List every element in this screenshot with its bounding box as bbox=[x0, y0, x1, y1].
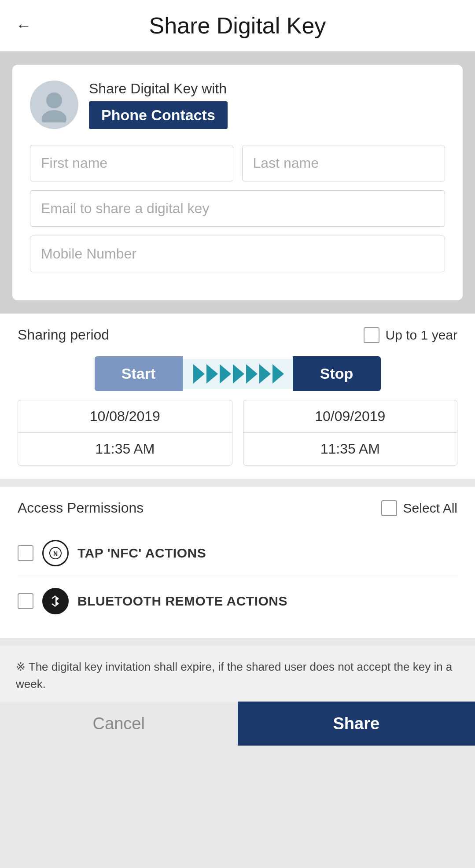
start-time[interactable]: 11:35 AM bbox=[18, 433, 232, 465]
arrows-container bbox=[183, 359, 293, 389]
divider-2 bbox=[0, 638, 475, 646]
stop-date[interactable]: 10/09/2019 bbox=[243, 400, 457, 433]
select-all-label: Select All bbox=[403, 501, 457, 516]
cancel-button[interactable]: Cancel bbox=[0, 702, 238, 746]
stop-datetime-box[interactable]: 10/09/2019 11:35 AM bbox=[243, 400, 458, 465]
page-title: Share Digital Key bbox=[41, 12, 434, 39]
bluetooth-permission-row: BLUETOOTH REMOTE ACTIONS bbox=[18, 577, 457, 625]
avatar bbox=[30, 81, 78, 129]
mobile-input[interactable] bbox=[30, 236, 445, 272]
select-all-checkbox[interactable] bbox=[381, 500, 397, 516]
arrow-chevron-5 bbox=[246, 364, 258, 384]
datetime-row: 10/08/2019 11:35 AM 10/09/2019 11:35 AM bbox=[18, 400, 457, 465]
card-section: Share Digital Key with Phone Contacts bbox=[0, 52, 475, 314]
bluetooth-icon bbox=[42, 588, 69, 614]
back-button[interactable]: ← bbox=[16, 16, 32, 35]
select-all-row: Select All bbox=[381, 500, 457, 516]
share-button[interactable]: Share bbox=[238, 702, 475, 746]
phone-contacts-badge[interactable]: Phone Contacts bbox=[89, 101, 228, 129]
email-row bbox=[30, 190, 445, 227]
sharing-period-row: Sharing period Up to 1 year bbox=[18, 327, 457, 343]
bluetooth-permission-label: BLUETOOTH REMOTE ACTIONS bbox=[77, 594, 287, 609]
up-to-year-checkbox[interactable] bbox=[364, 327, 379, 343]
last-name-input[interactable] bbox=[242, 145, 446, 181]
up-to-year-row: Up to 1 year bbox=[364, 327, 457, 343]
start-stop-row: Start Stop bbox=[18, 356, 457, 391]
sharing-period-label: Sharing period bbox=[18, 327, 109, 343]
arrow-chevron-1 bbox=[193, 364, 205, 384]
bottom-bar: Cancel Share bbox=[0, 702, 475, 746]
arrow-chevron-2 bbox=[206, 364, 218, 384]
up-to-year-label: Up to 1 year bbox=[386, 328, 457, 343]
arrow-chevron-7 bbox=[272, 364, 284, 384]
access-permissions-label: Access Permissions bbox=[18, 500, 144, 516]
arrow-chevron-4 bbox=[233, 364, 244, 384]
svg-line-5 bbox=[52, 604, 55, 606]
nfc-checkbox[interactable] bbox=[18, 545, 33, 561]
access-permissions-section: Access Permissions Select All N TAP 'NFC… bbox=[0, 487, 475, 638]
divider-1 bbox=[0, 479, 475, 487]
footer-note: ※ The digital key invitation shall expir… bbox=[0, 646, 475, 702]
email-input[interactable] bbox=[30, 190, 445, 227]
share-with-label: Share Digital Key with bbox=[89, 81, 228, 97]
card-header-text: Share Digital Key with Phone Contacts bbox=[89, 81, 228, 129]
start-date[interactable]: 10/08/2019 bbox=[18, 400, 232, 433]
share-card: Share Digital Key with Phone Contacts bbox=[12, 65, 463, 300]
arrow-chevron-3 bbox=[220, 364, 231, 384]
stop-button[interactable]: Stop bbox=[293, 356, 381, 391]
header: ← Share Digital Key bbox=[0, 0, 475, 52]
access-header-row: Access Permissions Select All bbox=[18, 500, 457, 516]
svg-line-4 bbox=[52, 596, 55, 598]
name-row bbox=[30, 145, 445, 181]
arrow-chevron-6 bbox=[259, 364, 271, 384]
card-header: Share Digital Key with Phone Contacts bbox=[30, 81, 445, 129]
mobile-row bbox=[30, 236, 445, 272]
bluetooth-checkbox[interactable] bbox=[18, 593, 33, 609]
nfc-permission-row: N TAP 'NFC' ACTIONS bbox=[18, 529, 457, 577]
svg-point-0 bbox=[46, 92, 62, 108]
start-datetime-box[interactable]: 10/08/2019 11:35 AM bbox=[18, 400, 232, 465]
svg-point-1 bbox=[42, 110, 66, 122]
nfc-icon: N bbox=[42, 540, 69, 566]
start-button[interactable]: Start bbox=[95, 356, 183, 391]
sharing-period-section: Sharing period Up to 1 year Start Stop 1… bbox=[0, 314, 475, 479]
first-name-input[interactable] bbox=[30, 145, 233, 181]
svg-text:N: N bbox=[53, 550, 58, 557]
svg-marker-3 bbox=[55, 596, 59, 606]
stop-time[interactable]: 11:35 AM bbox=[243, 433, 457, 465]
nfc-permission-label: TAP 'NFC' ACTIONS bbox=[77, 546, 206, 561]
